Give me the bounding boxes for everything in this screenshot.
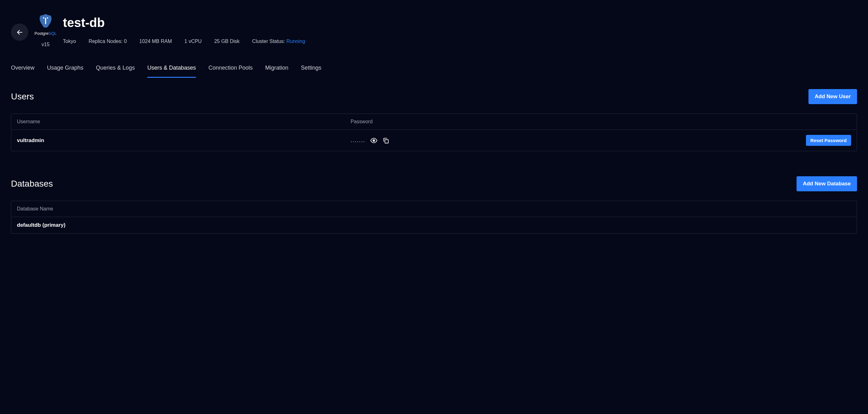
arrow-left-icon — [16, 29, 23, 36]
user-password-cell: ....... — [351, 137, 684, 144]
copy-icon — [382, 137, 389, 144]
tab-users-databases[interactable]: Users & Databases — [147, 65, 196, 78]
reset-password-button[interactable]: Reset Password — [806, 135, 851, 146]
users-table: Username Password vultradmin ....... — [11, 114, 857, 151]
databases-title: Databases — [11, 179, 53, 189]
db-title: test-db — [63, 16, 857, 30]
user-username: vultradmin — [17, 137, 351, 144]
meta-location: Tokyo — [63, 38, 76, 44]
logo-container: PostgreSQL v15 — [34, 12, 57, 47]
users-table-header: Username Password — [11, 114, 857, 130]
users-section-header: Users Add New User — [11, 89, 857, 104]
column-password: Password — [351, 119, 684, 124]
databases-table: Database Name defaultdb (primary) — [11, 201, 857, 234]
logo-label: PostgreSQL — [34, 31, 57, 36]
title-section: test-db Tokyo Replica Nodes: 0 1024 MB R… — [63, 12, 857, 44]
users-section: Users Add New User Username Password vul… — [11, 89, 857, 151]
svg-point-3 — [373, 140, 375, 142]
meta-replica: Replica Nodes: 0 — [89, 38, 127, 44]
status-badge: Running — [286, 38, 305, 44]
back-button[interactable] — [11, 24, 28, 41]
tab-overview[interactable]: Overview — [11, 65, 34, 78]
databases-table-header: Database Name — [11, 201, 857, 217]
svg-point-2 — [47, 17, 48, 19]
add-database-button[interactable]: Add New Database — [797, 176, 857, 191]
svg-point-1 — [43, 17, 44, 19]
column-database-name: Database Name — [17, 206, 851, 212]
tab-connection-pools[interactable]: Connection Pools — [208, 65, 253, 78]
svg-rect-4 — [385, 140, 388, 143]
meta-ram: 1024 MB RAM — [139, 38, 172, 44]
tab-usage-graphs[interactable]: Usage Graphs — [47, 65, 83, 78]
column-username: Username — [17, 119, 351, 124]
reveal-password-button[interactable] — [370, 137, 377, 144]
users-title: Users — [11, 92, 34, 101]
postgresql-logo-icon — [37, 12, 54, 30]
db-version: v15 — [42, 42, 50, 47]
databases-section: Databases Add New Database Database Name… — [11, 176, 857, 234]
databases-section-header: Databases Add New Database — [11, 176, 857, 191]
table-row: vultradmin ....... Reset Passwo — [11, 130, 857, 151]
tabs: Overview Usage Graphs Queries & Logs Use… — [11, 65, 857, 78]
meta-disk: 25 GB Disk — [214, 38, 240, 44]
password-masked: ....... — [351, 137, 365, 144]
meta-row: Tokyo Replica Nodes: 0 1024 MB RAM 1 vCP… — [63, 38, 857, 44]
add-user-button[interactable]: Add New User — [808, 89, 857, 104]
tab-migration[interactable]: Migration — [265, 65, 288, 78]
copy-password-button[interactable] — [382, 137, 389, 144]
eye-icon — [370, 137, 377, 144]
page-header: PostgreSQL v15 test-db Tokyo Replica Nod… — [11, 12, 857, 47]
tab-queries-logs[interactable]: Queries & Logs — [96, 65, 135, 78]
table-row: defaultdb (primary) — [11, 217, 857, 233]
meta-cluster-status: Cluster Status: Running — [252, 38, 305, 44]
meta-cpu: 1 vCPU — [185, 38, 202, 44]
tab-settings[interactable]: Settings — [301, 65, 321, 78]
database-name: defaultdb (primary) — [17, 222, 851, 228]
